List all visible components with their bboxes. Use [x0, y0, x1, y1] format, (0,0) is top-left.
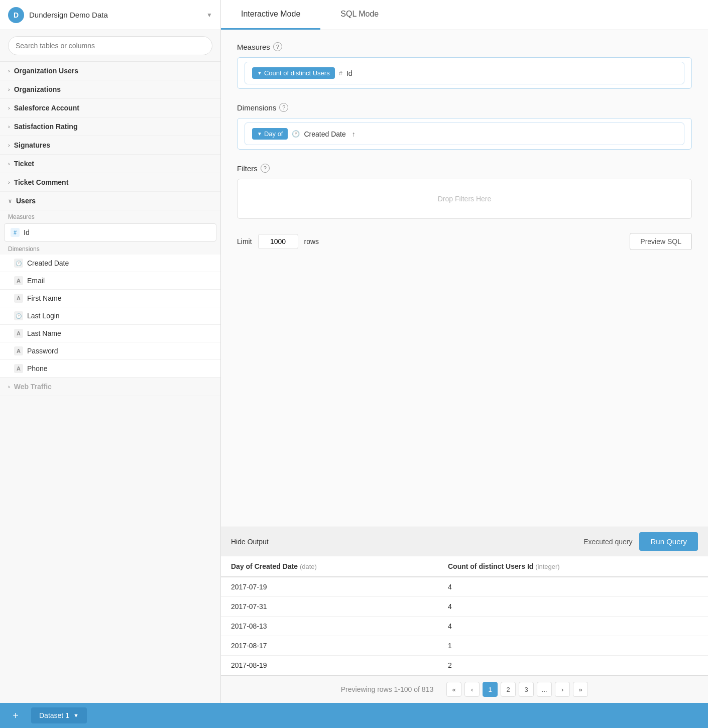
- cell-count: 4: [438, 617, 708, 636]
- right-panel: Measures ? ▼ Count of distinct Users # I…: [221, 30, 708, 703]
- chevron-right-icon: ›: [8, 105, 10, 111]
- sidebar-field-last-name[interactable]: A Last Name: [0, 325, 220, 342]
- cell-count: 2: [438, 656, 708, 675]
- page-next-button[interactable]: ›: [555, 682, 570, 697]
- sidebar-item-salesforce[interactable]: › Salesforce Account: [0, 99, 220, 117]
- dimensions-label: Dimensions ?: [237, 103, 692, 112]
- limit-label: Limit: [237, 237, 252, 246]
- filters-drop-area[interactable]: Drop Filters Here: [237, 179, 692, 219]
- executed-label: Executed query: [583, 538, 632, 546]
- sidebar: › Organization Users › Organizations › S…: [0, 30, 221, 703]
- sort-icon[interactable]: ↑: [352, 130, 356, 138]
- dimensions-groupby-pill[interactable]: ▼ Day of: [252, 128, 288, 140]
- cell-count: 4: [438, 577, 708, 597]
- measures-field: Id: [346, 69, 352, 77]
- filters-label: Filters ?: [237, 164, 692, 173]
- cell-count: 1: [438, 636, 708, 656]
- dimensions-section: Dimensions ? ▼ Day of 🕐 Created Date ↑: [237, 103, 692, 150]
- pagination-bar: Previewing rows 1-100 of 813 « ‹ 1 2 3 .…: [221, 675, 708, 703]
- text-icon: A: [14, 346, 23, 355]
- filters-section: Filters ? Drop Filters Here: [237, 164, 692, 219]
- clock-icon: 🕐: [14, 311, 23, 320]
- add-dataset-button[interactable]: +: [8, 708, 23, 723]
- hash-icon: #: [11, 228, 20, 237]
- db-selector[interactable]: D Dundersign Demo Data ▼: [0, 0, 221, 30]
- chevron-right-icon: ›: [8, 124, 10, 130]
- col-header-count[interactable]: Count of distinct Users Id (integer): [438, 556, 708, 577]
- chevron-right-icon: ›: [8, 161, 10, 167]
- page-prev-button[interactable]: ‹: [464, 682, 480, 697]
- table-row: 2017-08-19 2: [221, 656, 708, 675]
- page-2-button[interactable]: 2: [501, 682, 516, 697]
- cell-date: 2017-07-31: [221, 597, 438, 617]
- cell-count: 4: [438, 597, 708, 617]
- dimensions-field: Created Date: [304, 130, 345, 138]
- sidebar-field-last-login[interactable]: 🕐 Last Login: [0, 307, 220, 325]
- dimensions-box: ▼ Day of 🕐 Created Date ↑: [237, 118, 692, 150]
- measures-separator: #: [339, 69, 342, 77]
- sidebar-item-ticket-comment[interactable]: › Ticket Comment: [0, 173, 220, 192]
- clock-icon: 🕐: [292, 130, 300, 138]
- measures-aggregate-pill[interactable]: ▼ Count of distinct Users: [252, 67, 335, 79]
- table-row: 2017-08-17 1: [221, 636, 708, 656]
- text-icon: A: [14, 329, 23, 338]
- sidebar-field-first-name[interactable]: A First Name: [0, 290, 220, 307]
- text-icon: A: [14, 294, 23, 303]
- chevron-right-icon: ›: [8, 384, 10, 390]
- sidebar-item-org-users[interactable]: › Organization Users: [0, 62, 220, 80]
- measures-section-label: Measures: [0, 210, 220, 222]
- col-header-date[interactable]: Day of Created Date (date): [221, 556, 438, 577]
- sidebar-item-satisfaction[interactable]: › Satisfaction Rating: [0, 117, 220, 136]
- tab-sql[interactable]: SQL Mode: [320, 0, 399, 30]
- page-1-button[interactable]: 1: [483, 682, 498, 697]
- dataset-tab-1[interactable]: Dataset 1 ▼: [31, 707, 87, 723]
- table-row: 2017-07-31 4: [221, 597, 708, 617]
- sidebar-item-organizations[interactable]: › Organizations: [0, 80, 220, 99]
- cell-date: 2017-08-17: [221, 636, 438, 656]
- preview-sql-button[interactable]: Preview SQL: [630, 233, 692, 250]
- run-query-button[interactable]: Run Query: [639, 532, 698, 551]
- cell-date: 2017-07-19: [221, 577, 438, 597]
- sidebar-field-email[interactable]: A Email: [0, 272, 220, 290]
- chevron-right-icon: ›: [8, 68, 10, 74]
- chevron-right-icon: ›: [8, 179, 10, 185]
- sidebar-item-ticket[interactable]: › Ticket: [0, 155, 220, 173]
- dimensions-help-icon[interactable]: ?: [279, 103, 288, 112]
- pagination-info: Previewing rows 1-100 of 813: [341, 685, 433, 693]
- sidebar-field-created-date[interactable]: 🕐 Created Date: [0, 255, 220, 272]
- dataset-bar: + Dataset 1 ▼: [0, 703, 708, 728]
- filters-help-icon[interactable]: ?: [261, 164, 270, 173]
- db-dropdown-arrow: ▼: [206, 12, 212, 19]
- chevron-right-icon: ›: [8, 142, 10, 148]
- sidebar-search-area: [0, 30, 220, 62]
- dimensions-section-label: Dimensions: [0, 242, 220, 255]
- query-builder: Measures ? ▼ Count of distinct Users # I…: [221, 30, 708, 527]
- chevron-down-icon: ∨: [8, 198, 12, 204]
- filters-placeholder: Drop Filters Here: [438, 195, 492, 203]
- sidebar-field-phone[interactable]: A Phone: [0, 360, 220, 378]
- mode-tabs: Interactive Mode SQL Mode: [221, 0, 708, 30]
- page-first-button[interactable]: «: [446, 682, 461, 697]
- measures-label: Measures ?: [237, 42, 692, 51]
- sidebar-field-id[interactable]: # Id: [4, 223, 216, 241]
- sidebar-item-web-traffic[interactable]: › Web Traffic: [0, 378, 220, 396]
- tab-interactive[interactable]: Interactive Mode: [221, 0, 320, 30]
- hide-output-button[interactable]: Hide Output: [231, 538, 269, 546]
- measures-help-icon[interactable]: ?: [273, 42, 282, 51]
- page-3-button[interactable]: 3: [519, 682, 534, 697]
- page-last-button[interactable]: »: [573, 682, 588, 697]
- limit-input[interactable]: [258, 234, 298, 249]
- clock-icon: 🕐: [14, 259, 23, 268]
- dimensions-pill-container: ▼ Day of 🕐 Created Date ↑: [245, 123, 684, 145]
- measures-box: ▼ Count of distinct Users # Id: [237, 57, 692, 89]
- results-table-wrapper: Day of Created Date (date) Count of dist…: [221, 556, 708, 675]
- sidebar-item-users[interactable]: ∨ Users: [0, 192, 220, 210]
- table-row: 2017-07-19 4: [221, 577, 708, 597]
- sidebar-field-password[interactable]: A Password: [0, 342, 220, 360]
- search-input[interactable]: [8, 36, 212, 55]
- dataset-dropdown-arrow: ▼: [73, 712, 79, 718]
- sidebar-item-signatures[interactable]: › Signatures: [0, 136, 220, 155]
- sidebar-list: › Organization Users › Organizations › S…: [0, 62, 220, 703]
- output-bar: Hide Output Executed query Run Query: [221, 527, 708, 556]
- cell-date: 2017-08-13: [221, 617, 438, 636]
